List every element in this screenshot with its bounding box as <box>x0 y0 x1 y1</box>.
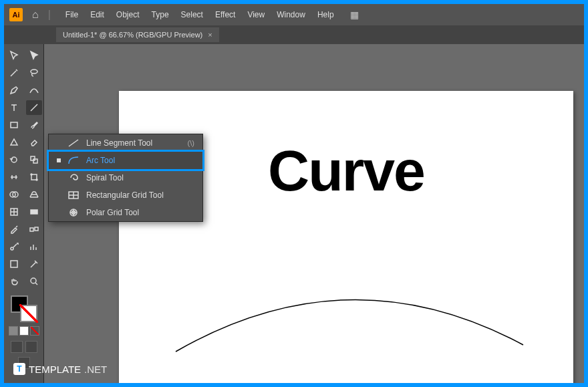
stroke-swatch[interactable] <box>20 305 37 322</box>
eyedropper-tool[interactable] <box>6 222 22 237</box>
home-icon[interactable]: ⌂ <box>32 9 39 21</box>
app-window: Ai ⌂ | File Edit Object Type Select Effe… <box>4 4 584 383</box>
flyout-spiral[interactable]: Spiral Tool <box>49 169 202 186</box>
watermark-logo-icon: T <box>13 363 25 375</box>
svg-rect-2 <box>31 156 35 160</box>
selection-tool[interactable] <box>6 48 22 63</box>
svg-point-15 <box>31 278 36 283</box>
app-logo-icon: Ai <box>9 8 23 21</box>
pen-tool[interactable] <box>6 83 22 98</box>
tab-label: Untitled-1* @ 66.67% (RGB/GPU Preview) <box>63 31 202 39</box>
draw-normal-icon[interactable] <box>11 341 23 353</box>
svg-point-0 <box>31 70 37 74</box>
watermark-brand: TEMPLATE <box>29 364 81 375</box>
artboard-tool[interactable] <box>6 257 22 271</box>
eraser-tool[interactable] <box>26 135 42 150</box>
line-tool-flyout: Line Segment Tool (\) Arc Tool Spiral To… <box>48 134 203 222</box>
hand-tool[interactable] <box>6 274 22 289</box>
menu-help[interactable]: Help <box>317 10 334 19</box>
menu-window[interactable]: Window <box>277 10 305 19</box>
flyout-label: Rectangular Grid Tool <box>86 190 164 200</box>
menu-view[interactable]: View <box>247 10 265 19</box>
slice-tool[interactable] <box>26 257 42 271</box>
selected-dot-icon <box>57 158 61 162</box>
svg-rect-11 <box>30 228 33 231</box>
fill-stroke-swatches[interactable] <box>11 295 37 322</box>
titlebar: Ai ⌂ | File Edit Object Type Select Effe… <box>4 4 584 25</box>
flyout-label: Arc Tool <box>86 156 115 165</box>
flyout-label: Line Segment Tool <box>86 138 152 148</box>
zoom-tool[interactable] <box>26 274 42 289</box>
canvas-text: Curve <box>268 138 424 204</box>
color-mode-swatches <box>9 326 39 336</box>
watermark-suffix: .NET <box>84 364 107 375</box>
menu-select[interactable]: Select <box>181 10 203 19</box>
gradient-tool[interactable] <box>26 205 42 219</box>
curvature-tool[interactable] <box>26 83 42 98</box>
line-segment-tool[interactable] <box>26 100 42 115</box>
menu-object[interactable]: Object <box>116 10 140 19</box>
watermark: T TEMPLATE.NET <box>13 363 107 375</box>
flyout-shortcut: (\) <box>188 139 194 147</box>
document-tab[interactable]: Untitled-1* @ 66.67% (RGB/GPU Preview) × <box>56 27 219 42</box>
perspective-grid-tool[interactable] <box>26 187 42 202</box>
draw-behind-icon[interactable] <box>25 341 37 353</box>
workspace-switcher-icon[interactable]: ▦ <box>350 9 359 20</box>
menu-edit[interactable]: Edit <box>90 10 104 19</box>
flyout-label: Spiral Tool <box>86 173 124 182</box>
rotate-tool[interactable] <box>6 152 22 167</box>
width-tool[interactable] <box>6 170 22 184</box>
svg-point-13 <box>11 247 13 250</box>
menu-effect[interactable]: Effect <box>215 10 235 19</box>
main-area: Curve Line Segment Tool (\) Arc Tool Spi… <box>4 44 584 383</box>
rectangle-tool[interactable] <box>6 118 22 132</box>
scale-tool[interactable] <box>26 152 42 167</box>
none-swatch[interactable] <box>30 326 39 336</box>
gradient-swatch[interactable] <box>19 326 29 336</box>
flyout-polar-grid[interactable]: Polar Grid Tool <box>49 204 202 221</box>
svg-rect-14 <box>11 261 17 267</box>
free-transform-tool[interactable] <box>26 170 42 184</box>
type-tool[interactable] <box>6 100 22 115</box>
flyout-label: Polar Grid Tool <box>86 208 139 217</box>
draw-mode-icons <box>11 341 37 353</box>
menu-file[interactable]: File <box>65 10 78 19</box>
flyout-rect-grid[interactable]: Rectangular Grid Tool <box>49 186 202 204</box>
divider: | <box>48 9 51 21</box>
color-swatch[interactable] <box>9 326 18 336</box>
shaper-tool[interactable] <box>6 135 22 150</box>
svg-rect-3 <box>33 159 37 163</box>
direct-selection-tool[interactable] <box>26 48 42 63</box>
shape-builder-tool[interactable] <box>6 187 22 202</box>
lasso-tool[interactable] <box>26 66 42 80</box>
column-graph-tool[interactable] <box>26 239 42 254</box>
svg-rect-1 <box>11 122 17 128</box>
arc-path <box>169 278 530 358</box>
paintbrush-tool[interactable] <box>26 118 42 132</box>
magic-wand-tool[interactable] <box>6 66 22 80</box>
document-tab-bar: Untitled-1* @ 66.67% (RGB/GPU Preview) × <box>4 25 584 44</box>
svg-rect-10 <box>31 210 37 214</box>
close-icon[interactable]: × <box>208 31 212 39</box>
menu-type[interactable]: Type <box>152 10 169 19</box>
svg-rect-12 <box>35 227 38 231</box>
blend-tool[interactable] <box>26 222 42 237</box>
toolbox <box>4 44 44 383</box>
mesh-tool[interactable] <box>6 205 22 219</box>
flyout-arc[interactable]: Arc Tool <box>49 152 202 169</box>
symbol-sprayer-tool[interactable] <box>6 239 22 254</box>
main-menu: File Edit Object Type Select Effect View… <box>65 10 334 19</box>
flyout-line-segment[interactable]: Line Segment Tool (\) <box>49 134 202 152</box>
